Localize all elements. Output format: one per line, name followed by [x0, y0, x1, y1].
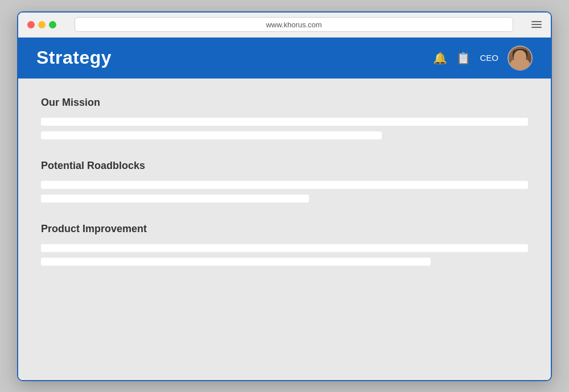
notification-icon[interactable]: 🔔 — [433, 51, 447, 65]
hamburger-menu[interactable] — [531, 21, 542, 28]
section-title-roadblocks: Potential Roadblocks — [41, 160, 528, 172]
app-header: Strategy 🔔 📋 CEO — [18, 38, 551, 79]
section-title-mission: Our Mission — [41, 97, 528, 109]
page-title: Strategy — [36, 47, 112, 68]
close-button[interactable] — [27, 21, 35, 28]
hamburger-line-3 — [531, 27, 542, 28]
clipboard-icon[interactable]: 📋 — [456, 51, 471, 65]
content-bar — [41, 195, 309, 203]
user-role-label: CEO — [480, 53, 498, 63]
hamburger-line-2 — [531, 24, 542, 25]
browser-window: www.khorus.com Strategy 🔔 📋 CEO O — [17, 11, 552, 381]
content-bar — [41, 181, 528, 189]
section-roadblocks: Potential Roadblocks — [41, 160, 528, 203]
avatar-image — [509, 47, 531, 69]
browser-chrome: www.khorus.com — [18, 13, 551, 38]
content-bar — [41, 244, 528, 252]
content-bar — [41, 258, 431, 266]
maximize-button[interactable] — [49, 21, 56, 28]
section-improvement: Product Improvement — [41, 223, 528, 266]
traffic-lights — [27, 21, 56, 28]
section-mission: Our Mission — [41, 97, 528, 139]
content-bar — [41, 131, 382, 139]
address-bar[interactable]: www.khorus.com — [75, 17, 513, 32]
minimize-button[interactable] — [38, 21, 46, 28]
header-right: 🔔 📋 CEO — [433, 46, 533, 71]
url-text: www.khorus.com — [266, 20, 321, 29]
section-title-improvement: Product Improvement — [41, 223, 528, 235]
content-area: Our Mission Potential Roadblocks Product… — [18, 79, 551, 381]
avatar[interactable] — [508, 46, 533, 71]
hamburger-line-1 — [531, 21, 542, 22]
avatar-body — [510, 58, 530, 69]
content-bar — [41, 118, 528, 126]
